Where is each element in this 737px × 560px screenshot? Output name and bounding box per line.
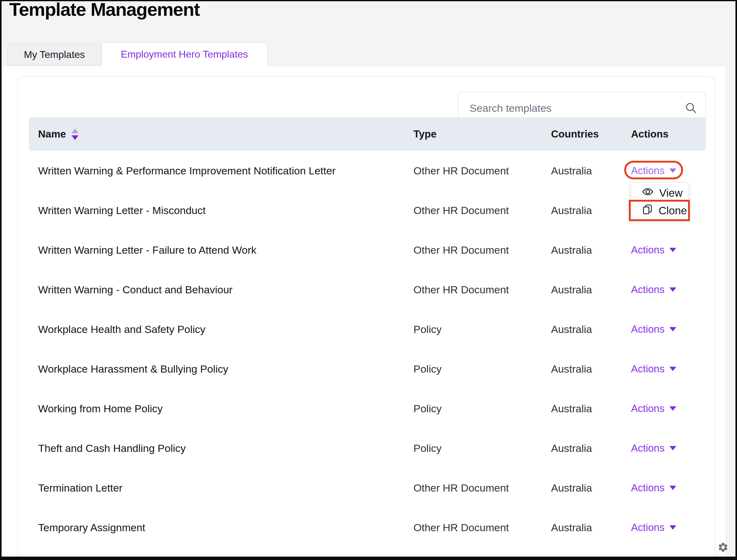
tab-my-templates[interactable]: My Templates [7,43,101,66]
sort-asc-arrow-icon [72,129,78,133]
sort-desc-arrow-icon [72,135,78,140]
tab-bar: My Templates Employment Hero Templates [7,42,267,66]
table-row: Workplace Harassment & Bullying Policy P… [29,349,706,389]
column-header-type: Type [414,128,551,140]
actions-button[interactable]: Actions [631,482,676,494]
template-countries: Australia [551,363,631,375]
template-name: Temporary Assignment [38,522,414,534]
templates-card: Name Type Countries Actions Written Warn… [18,77,715,560]
template-type: Other HR Document [414,284,551,296]
page-header: Template Management My Templates Employm… [0,0,737,66]
chevron-down-icon [669,287,676,292]
chevron-down-icon [669,248,676,252]
template-countries: Australia [551,522,631,534]
actions-button[interactable]: Actions [631,442,676,454]
menu-item-view-label: View [659,187,682,199]
actions-dropdown-menu: View Clone [631,183,688,220]
actions-button[interactable]: Actions [631,244,676,256]
template-type: Policy [414,363,551,375]
template-name: Written Warning & Performance Improvemen… [38,165,414,177]
settings-gear-icon[interactable] [717,542,729,554]
menu-item-clone[interactable]: Clone [631,202,688,219]
template-countries: Australia [551,244,631,256]
actions-button[interactable]: Actions [631,323,676,335]
column-header-name[interactable]: Name [38,128,414,140]
template-name: Written Warning - Conduct and Behaviour [38,284,414,296]
template-type: Policy [414,323,551,335]
menu-item-clone-label: Clone [659,204,687,217]
template-countries: Australia [551,284,631,296]
menu-item-view[interactable]: View [631,184,688,202]
template-name: Workplace Harassment & Bullying Policy [38,363,414,375]
chevron-down-icon [669,168,676,173]
chevron-down-icon [669,486,676,490]
template-type: Other HR Document [414,244,551,256]
template-name: Written Warning Letter - Failure to Atte… [38,244,414,256]
template-type: Other HR Document [414,482,551,494]
template-countries: Australia [551,204,631,217]
template-countries: Australia [551,482,631,494]
actions-button[interactable]: Actions [631,284,676,295]
template-type: Policy [414,403,551,415]
tab-my-templates-label: My Templates [24,49,85,60]
table-header-row: Name Type Countries Actions [29,117,706,151]
clone-icon [642,203,653,218]
template-name: Theft and Cash Handling Policy [38,442,414,454]
sort-icon[interactable] [72,129,78,140]
template-type: Other HR Document [414,204,551,217]
table-row: Written Warning & Performance Improvemen… [29,151,706,190]
template-type: Other HR Document [414,522,551,534]
template-countries: Australia [551,442,631,454]
templates-table: Name Type Countries Actions Written Warn… [29,117,706,547]
chevron-down-icon [669,367,676,371]
template-name: Written Warning Letter - Misconduct [38,204,414,217]
table-row: Working from Home Policy Policy Australi… [29,389,706,428]
template-countries: Australia [551,323,631,335]
tab-employment-hero-templates-label: Employment Hero Templates [121,49,248,60]
template-type: Policy [414,442,551,454]
table-row: Workplace Health and Safety Policy Polic… [29,309,706,349]
column-header-actions: Actions [631,128,706,140]
page-title: Template Management [9,0,200,20]
table-row: Temporary Assignment Other HR Document A… [29,508,706,547]
column-header-countries: Countries [551,128,631,140]
table-row: Termination Letter Other HR Document Aus… [29,468,706,508]
chevron-down-icon [669,327,676,331]
table-body: Written Warning & Performance Improvemen… [29,151,706,547]
template-countries: Australia [551,165,631,177]
actions-button[interactable]: Actions [631,403,676,414]
search-icon[interactable] [684,101,697,116]
tab-employment-hero-templates[interactable]: Employment Hero Templates [101,42,267,66]
actions-button[interactable]: Actions [631,165,676,177]
table-row: Written Warning Letter - Misconduct Othe… [29,190,706,230]
chevron-down-icon [669,525,676,530]
template-countries: Australia [551,403,631,415]
actions-button[interactable]: Actions [631,363,676,375]
template-name: Termination Letter [38,482,414,494]
chevron-down-icon [669,446,676,450]
template-name: Workplace Health and Safety Policy [38,323,414,335]
table-row: Theft and Cash Handling Policy Policy Au… [29,428,706,468]
table-row: Written Warning Letter - Failure to Atte… [29,230,706,270]
eye-icon [642,186,654,200]
chevron-down-icon [669,406,676,411]
table-row: Written Warning - Conduct and Behaviour … [29,270,706,309]
template-type: Other HR Document [414,165,551,177]
template-name: Working from Home Policy [38,403,414,415]
actions-button[interactable]: Actions [631,522,676,533]
